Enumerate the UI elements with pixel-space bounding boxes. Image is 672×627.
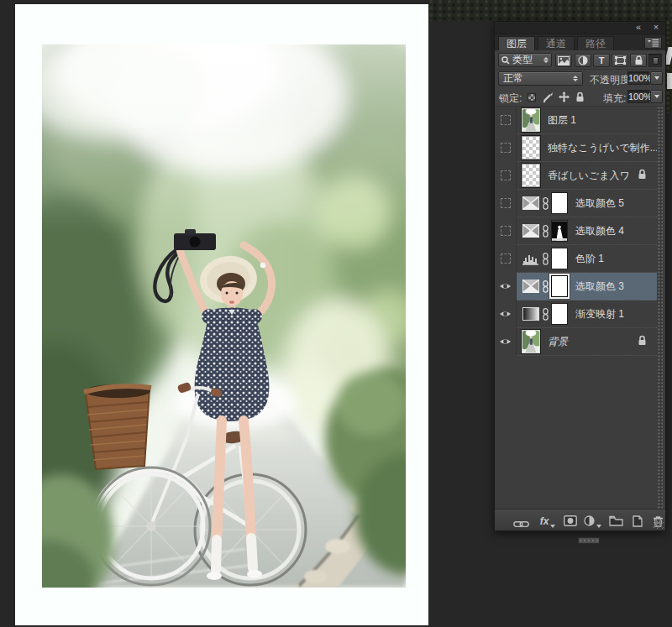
- close-panel-button[interactable]: ×: [650, 22, 662, 34]
- lock-all-icon[interactable]: [573, 91, 586, 103]
- visibility-toggle[interactable]: [495, 134, 517, 162]
- layer-list: 图层 1 独特なこうげいで制作... 香ばしいごま入ワ: [495, 107, 665, 510]
- layer-name[interactable]: 选取颜色 5: [575, 196, 657, 211]
- eye-icon: [499, 310, 512, 318]
- layer-thumbnail[interactable]: [522, 330, 540, 353]
- layer-thumbnail-transparent[interactable]: [522, 136, 540, 159]
- layer-name[interactable]: 香ばしいごま入ワ: [548, 169, 638, 183]
- layer-thumbnail[interactable]: [522, 108, 540, 132]
- visibility-checkbox-empty: [501, 115, 511, 125]
- layer-mask-thumbnail[interactable]: [551, 192, 568, 214]
- add-layer-mask-icon[interactable]: [563, 514, 579, 529]
- shape-layer-filter-icon[interactable]: [612, 54, 628, 67]
- layer-mask-thumbnail-active[interactable]: [551, 275, 568, 297]
- panel-flyout-menu-icon[interactable]: [644, 37, 662, 49]
- visibility-toggle[interactable]: [495, 245, 517, 273]
- visibility-toggle[interactable]: [495, 300, 517, 328]
- layer-name[interactable]: 背景: [548, 335, 638, 349]
- layer-filtering-toggle[interactable]: [648, 54, 662, 67]
- layer-row[interactable]: 渐变映射 1: [495, 300, 657, 328]
- dropdown-arrows-icon: [573, 76, 578, 81]
- visibility-toggle[interactable]: [495, 217, 517, 245]
- fill-dropdown-button[interactable]: [650, 90, 663, 103]
- collapse-to-icons-button[interactable]: «: [630, 22, 645, 34]
- search-icon: [501, 56, 510, 65]
- new-layer-icon[interactable]: [630, 514, 644, 529]
- filter-kind-dropdown[interactable]: 类型: [498, 53, 552, 67]
- fill-label: 填充:: [603, 91, 626, 106]
- dock-drag-grip[interactable]: [578, 537, 600, 544]
- desktop-background-strip: [666, 21, 672, 113]
- lock-image-pixels-icon[interactable]: [541, 91, 554, 103]
- panel-tab-bar: 图层 通道 路径: [495, 34, 665, 50]
- visibility-checkbox-empty: [501, 143, 511, 153]
- layer-name[interactable]: 选取颜色 3: [575, 280, 657, 294]
- mask-link-icon[interactable]: [542, 253, 549, 265]
- eye-icon: [499, 282, 512, 290]
- layers-panel: « × 图层 通道 路径 类型: [494, 21, 666, 531]
- layer-row[interactable]: 图层 1: [495, 107, 657, 134]
- panel-resize-grip[interactable]: [654, 519, 664, 529]
- layer-name[interactable]: 选取颜色 4: [575, 224, 657, 238]
- layer-style-icon[interactable]: fx: [539, 514, 556, 529]
- mask-link-icon[interactable]: [542, 225, 549, 238]
- layer-name[interactable]: 独特なこうげいで制作...: [548, 141, 657, 155]
- gradient-map-icon[interactable]: [522, 307, 539, 321]
- new-adjustment-layer-icon[interactable]: [584, 514, 601, 529]
- levels-icon[interactable]: [522, 252, 539, 265]
- lock-label: 锁定:: [499, 91, 522, 106]
- panel-header: « ×: [495, 22, 665, 34]
- photoshop-workspace: « × 图层 通道 路径 类型: [0, 0, 672, 627]
- mask-link-icon[interactable]: [542, 280, 549, 293]
- type-layer-filter-icon[interactable]: T: [593, 54, 610, 67]
- smart-object-filter-icon[interactable]: [630, 54, 647, 67]
- blend-mode-dropdown[interactable]: 正常: [498, 71, 583, 86]
- lock-position-icon[interactable]: [557, 91, 570, 103]
- selective-color-icon[interactable]: [522, 224, 539, 238]
- visibility-checkbox-empty: [501, 170, 511, 180]
- eye-icon: [499, 337, 512, 346]
- layer-name[interactable]: 渐变映射 1: [575, 307, 657, 321]
- visibility-toggle[interactable]: [495, 162, 517, 190]
- fill-value[interactable]: 100%: [627, 90, 649, 103]
- blend-mode-value: 正常: [503, 71, 572, 86]
- document-canvas[interactable]: [15, 4, 428, 625]
- mask-link-icon[interactable]: [542, 197, 549, 210]
- layer-mask-thumbnail-painted[interactable]: [551, 220, 568, 242]
- visibility-toggle[interactable]: [495, 328, 517, 356]
- selective-color-icon[interactable]: [522, 280, 539, 293]
- layer-row[interactable]: 香ばしいごま入ワ: [495, 162, 657, 190]
- layer-row[interactable]: 背景: [495, 328, 657, 356]
- opacity-dropdown-button[interactable]: [650, 71, 663, 85]
- tab-channels[interactable]: 通道: [538, 36, 575, 50]
- layer-row-selected[interactable]: 选取颜色 3: [495, 273, 657, 300]
- selective-color-icon[interactable]: [522, 196, 539, 210]
- layer-mask-thumbnail[interactable]: [551, 248, 568, 269]
- mask-link-icon[interactable]: [542, 308, 549, 321]
- tab-layers[interactable]: 图层: [498, 36, 535, 50]
- link-layers-icon[interactable]: [513, 514, 529, 529]
- layer-row[interactable]: 色阶 1: [495, 245, 657, 273]
- visibility-toggle[interactable]: [495, 273, 517, 300]
- layer-row[interactable]: 选取颜色 4: [495, 217, 657, 245]
- visibility-toggle[interactable]: [495, 107, 517, 134]
- adjustment-layer-filter-icon[interactable]: [575, 54, 591, 67]
- panel-scrollbar[interactable]: [658, 107, 663, 510]
- pixel-layer-filter-icon[interactable]: [555, 54, 572, 67]
- visibility-checkbox-empty: [501, 198, 511, 208]
- lock-icon: [638, 334, 647, 349]
- tab-paths[interactable]: 路径: [577, 36, 614, 50]
- layer-mask-thumbnail[interactable]: [551, 303, 568, 325]
- layer-name[interactable]: 色阶 1: [575, 252, 657, 266]
- lock-transparent-pixels-icon[interactable]: [525, 91, 538, 103]
- new-group-icon[interactable]: [608, 514, 624, 529]
- opacity-value[interactable]: 100%: [627, 71, 649, 85]
- visibility-toggle[interactable]: [495, 190, 517, 217]
- layer-thumbnail-transparent[interactable]: [522, 164, 540, 187]
- filter-bar: 类型 T: [495, 50, 665, 70]
- layer-row[interactable]: 选取颜色 5: [495, 190, 657, 217]
- clipped-icon-fragment: [667, 73, 672, 89]
- layer-row[interactable]: 独特なこうげいで制作...: [495, 134, 657, 162]
- layer-name[interactable]: 图层 1: [548, 113, 657, 128]
- visibility-checkbox-empty: [501, 226, 511, 236]
